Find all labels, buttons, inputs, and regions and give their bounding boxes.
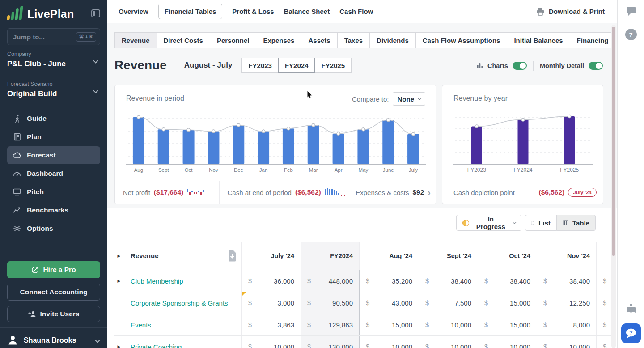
connect-accounting-button[interactable]: Connect Accounting [7,284,100,301]
scrollbar-thumb[interactable] [612,27,615,256]
subtab-revenue[interactable]: Revenue [114,32,157,48]
year-button-fy2025[interactable]: FY2025 [314,58,352,73]
next-stats-chevron[interactable]: › [428,187,436,198]
subtab-personnel[interactable]: Personnel [210,32,257,48]
cell-value: 10,000 [510,343,530,348]
sidebar-item-benchmarks[interactable]: Benchmarks [7,201,100,219]
subtab-initial-balances[interactable]: Initial Balances [507,32,570,48]
table-view-button[interactable]: Table [556,215,596,231]
sidebar-collapse-icon[interactable] [91,9,100,19]
column-header[interactable]: July '24 [242,242,301,270]
column-header[interactable]: Oct '24 [478,242,537,270]
sidebar-item-guide[interactable]: Guide [7,110,100,127]
svg-text:July: July [409,167,418,173]
subtab-cash-flow-assumptions[interactable]: Cash Flow Assumptions [415,32,508,48]
table-row-corporate-sponsorship-grants: Corporate Sponsorship & Grants$3,000$90,… [114,292,611,314]
invite-users-button[interactable]: Invite Users [7,306,100,322]
sidebar-item-pitch[interactable]: Pitch [7,183,100,201]
list-view-button[interactable]: List [525,215,557,231]
row-name-link[interactable]: Corporate Sponsorship & Grants [131,299,228,307]
value-cell[interactable]: $10,000 [359,336,419,348]
revenue-by-year-svg: FY2023FY2024FY2025 [453,111,593,175]
currency-symbol: $ [603,299,606,306]
row-name-link[interactable]: Private Coaching [131,343,182,348]
list-view-label: List [538,219,551,227]
tab-balance-sheet[interactable]: Balance Sheet [284,8,330,15]
support-chat-button[interactable]: ? [621,323,641,343]
expand-all-toggle[interactable]: ▶ [114,242,123,270]
value-cell[interactable]: $8,000 [537,314,596,335]
value-cell[interactable]: $10,000 [419,336,478,348]
help-circle-icon[interactable]: ? [625,29,637,40]
vertical-scrollbar[interactable] [611,25,616,348]
value-cell[interactable]: $3,000 [242,292,301,314]
value-cell[interactable]: $43,000 [359,292,419,314]
subtab-taxes[interactable]: Taxes [337,32,370,48]
row-expand-toggle[interactable]: ▶ [114,270,123,292]
column-header[interactable]: Nov '24 [537,242,596,270]
export-file-icon[interactable] [228,250,237,262]
column-header-fy2024[interactable]: FY2024 [301,242,359,270]
year-button-fy2023[interactable]: FY2023 [242,58,279,73]
compare-to-select[interactable]: None [393,92,426,106]
subtab-assets[interactable]: Assets [301,32,337,48]
subtab-dividends[interactable]: Dividends [369,32,416,48]
value-cell[interactable]: $130,000 [301,336,359,348]
chart-toggles: Charts Monthly Detail [477,61,603,71]
row-expand-toggle[interactable]: ▶ [114,336,123,348]
currency-symbol: $ [307,321,311,328]
tab-profit-loss[interactable]: Profit & Loss [232,8,274,15]
value-cell[interactable]: $35,200 [359,270,419,292]
value-cell[interactable]: $10,000 [537,336,596,348]
value-cell[interactable]: $10,000 [478,336,537,348]
column-header[interactable]: Aug '24 [359,242,419,270]
value-cell[interactable]: $90,500 [301,292,359,314]
sidebar-item-dashboard[interactable]: Dashboard [7,165,100,182]
value-cell[interactable]: $12,250 [537,292,596,314]
subtab-financing[interactable]: Financing [570,32,616,48]
sidebar-item-options[interactable]: Options [7,220,100,238]
value-cell[interactable]: $10,000 [419,314,478,335]
monthly-detail-toggle[interactable] [589,62,603,70]
value-cell[interactable]: $129,863 [301,314,359,335]
sidebar-item-forecast[interactable]: Forecast [7,146,100,164]
tab-cash-flow[interactable]: Cash Flow [339,8,373,15]
currency-symbol: $ [543,321,547,328]
charts-toggle[interactable] [513,62,527,70]
scenario-selector[interactable]: Forecast Scenario Original Build [7,75,100,105]
company-selector[interactable]: Company P&L Club - June [7,45,100,75]
value-cell[interactable]: $7,500 [419,292,478,314]
subtab-direct-costs[interactable]: Direct Costs [157,32,210,48]
value-cell[interactable]: $448,000 [301,270,359,292]
hire-a-pro-button[interactable]: Hire a Pro [7,261,100,278]
learning-resources-icon[interactable] [625,303,637,316]
row-name-link[interactable]: Club Membership [131,277,183,285]
tab-financial-tables[interactable]: Financial Tables [158,4,223,19]
jump-to-search[interactable]: Jump to... ⌘ + K [7,28,100,45]
printer-icon [536,8,545,16]
value-cell[interactable]: $15,000 [478,314,537,335]
value-cell[interactable]: $15,000 [478,292,537,314]
value-cell[interactable]: $38,400 [537,270,596,292]
cell-value: 3,000 [277,299,294,307]
subtab-expenses[interactable]: Expenses [256,32,301,48]
year-button-fy2024[interactable]: FY2024 [278,58,315,73]
value-cell[interactable]: $15,000 [359,314,419,335]
value-cell[interactable]: $36,000 [242,270,301,292]
currency-symbol: $ [307,299,311,306]
svg-text:?: ? [629,330,632,336]
feedback-chat-icon[interactable] [626,6,636,18]
download-print-button[interactable]: Download & Print [536,8,605,16]
row-name-link[interactable]: Events [131,321,151,329]
tab-overview[interactable]: Overview [119,8,148,15]
sidebar-item-plan[interactable]: Plan [7,128,100,146]
value-cell[interactable]: $10,000 [242,336,301,348]
value-cell[interactable]: $3,863 [242,314,301,335]
cell-value: 10,000 [274,343,294,348]
invite-users-label: Invite Users [40,310,80,318]
value-cell[interactable]: $38,400 [478,270,537,292]
column-header[interactable]: Sept '24 [419,242,478,270]
value-cell[interactable]: $38,400 [419,270,478,292]
user-menu[interactable]: Shauna Brooks [0,327,107,348]
status-filter-dropdown[interactable]: In Progress [456,215,521,231]
